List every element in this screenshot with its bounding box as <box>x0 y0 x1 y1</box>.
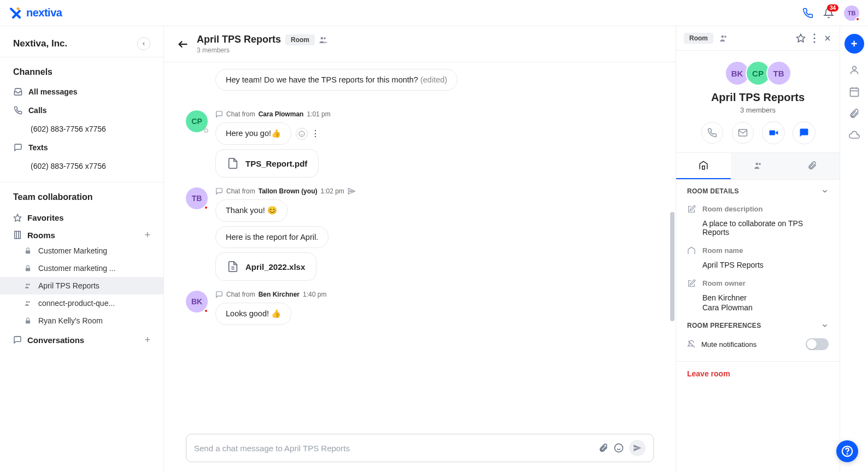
lock-icon <box>24 247 33 255</box>
svg-rect-5 <box>26 250 30 253</box>
nav-calls[interactable]: Calls <box>0 101 163 120</box>
svg-point-28 <box>814 42 816 43</box>
svg-point-7 <box>26 284 28 286</box>
nav-calls-number[interactable]: (602) 883-7756 x7756 <box>0 120 163 138</box>
svg-rect-2 <box>15 231 21 238</box>
help-button[interactable] <box>836 440 858 462</box>
members-icon[interactable] <box>318 35 328 45</box>
message-avatar: BK <box>186 291 208 312</box>
details-chat-button[interactable] <box>793 122 815 144</box>
room-item[interactable]: connect-product-que... <box>0 294 163 312</box>
room-owner-value: Ben Kirchner <box>687 292 829 302</box>
mute-label: Mute notifications <box>701 340 756 349</box>
details-email-button[interactable] <box>732 122 754 144</box>
svg-point-15 <box>299 131 304 137</box>
close-button[interactable] <box>823 34 832 43</box>
file-name: TPS_Report.pdf <box>245 159 307 168</box>
logo[interactable]: nextiva <box>9 7 62 20</box>
details-call-button[interactable] <box>701 122 723 144</box>
nav-favorites[interactable]: Favorites <box>0 208 163 225</box>
tab-files[interactable] <box>785 153 840 179</box>
members-icon[interactable] <box>719 33 729 43</box>
room-owner-label: Room owner <box>702 279 746 288</box>
nav-rooms[interactable]: Rooms <box>13 231 55 240</box>
composer <box>186 434 654 462</box>
room-badge: Room <box>285 34 315 45</box>
react-button[interactable] <box>296 128 308 140</box>
chat-icon <box>13 143 23 152</box>
send-button[interactable] <box>629 440 646 456</box>
mute-icon <box>687 340 696 349</box>
nav-texts[interactable]: Texts <box>0 138 163 157</box>
leave-room-button[interactable]: Leave room <box>676 361 840 386</box>
file-attachment[interactable]: TPS_Report.pdf <box>215 149 319 178</box>
attach-button[interactable] <box>599 443 608 453</box>
nav-conversations[interactable]: Conversations <box>13 335 84 345</box>
topbar-avatar[interactable]: TB <box>844 5 859 21</box>
topbar: nextiva 34 TB <box>0 0 868 26</box>
org-name: Nextiva, Inc. <box>13 38 67 49</box>
tab-members[interactable] <box>731 153 785 179</box>
nav-all-messages[interactable]: All messages <box>0 82 163 101</box>
room-label: connect-product-que... <box>38 299 115 308</box>
attachments-icon[interactable] <box>849 108 860 119</box>
message-more-button[interactable]: ⋮ <box>311 128 320 139</box>
mute-toggle[interactable] <box>806 338 829 350</box>
inbox-icon <box>13 87 23 96</box>
chat-icon <box>215 110 223 118</box>
chevron-down-icon[interactable] <box>821 322 829 329</box>
edit-icon <box>687 279 697 288</box>
channels-heading: Channels <box>0 57 163 82</box>
file-attachment[interactable]: April_2022.xlsx <box>215 252 316 281</box>
svg-point-37 <box>852 66 856 70</box>
new-button[interactable]: + <box>844 34 864 54</box>
svg-point-23 <box>722 36 724 38</box>
scrollbar[interactable] <box>670 212 675 321</box>
message-bubble: Hey team! Do we have the TPS reports for… <box>215 69 458 91</box>
chevron-down-icon[interactable] <box>821 187 829 195</box>
more-button[interactable] <box>813 33 816 43</box>
cloud-icon[interactable] <box>849 130 860 141</box>
people-icon <box>24 282 33 290</box>
emoji-button[interactable] <box>614 443 624 453</box>
room-prefs-heading: ROOM PREFERENCES <box>687 322 761 329</box>
details-members: 3 members <box>676 106 840 122</box>
svg-point-10 <box>28 301 30 303</box>
add-room-button[interactable]: + <box>144 230 150 240</box>
message-meta: Chat from Ben Kirchner1:40 pm <box>215 291 326 298</box>
svg-point-27 <box>814 38 816 39</box>
svg-rect-6 <box>26 268 30 271</box>
room-desc-label: Room description <box>702 205 763 214</box>
room-item[interactable]: Customer marketing ... <box>0 259 163 277</box>
details-video-button[interactable] <box>763 122 784 144</box>
svg-point-13 <box>321 37 324 39</box>
tab-details[interactable] <box>676 153 731 179</box>
message-bubble: Here you go!👍 <box>215 122 291 145</box>
svg-point-14 <box>324 37 326 39</box>
chat-icon <box>13 335 22 344</box>
details-panel: Room BKCPTB April TPS Reports 3 members <box>676 26 840 472</box>
room-item[interactable]: April TPS Reports <box>0 277 163 294</box>
topbar-call-button[interactable] <box>802 8 813 19</box>
calendar-icon[interactable] <box>849 86 860 97</box>
collapse sidebar-button[interactable] <box>137 37 150 50</box>
message-input[interactable] <box>194 444 593 453</box>
svg-point-9 <box>26 301 28 303</box>
room-item[interactable]: Customer Marketing <box>0 242 163 259</box>
add-conversation-button[interactable]: + <box>144 335 150 345</box>
room-label: Customer marketing ... <box>38 264 116 273</box>
right-rail: + <box>840 26 868 472</box>
nav-texts-number[interactable]: (602) 883-7756 x7756 <box>0 157 163 175</box>
svg-point-43 <box>847 453 848 454</box>
topbar-notifications-button[interactable]: 34 <box>823 8 834 19</box>
svg-rect-11 <box>26 320 30 323</box>
chat-title: April TPS Reports <box>197 34 281 45</box>
lock-icon <box>24 317 33 324</box>
message-list: Hey team! Do we have the TPS reports for… <box>164 62 676 426</box>
contacts-icon[interactable] <box>849 64 860 75</box>
collab-heading: Team collaboration <box>0 182 163 208</box>
back-button[interactable] <box>177 38 189 50</box>
building-icon <box>13 231 22 239</box>
room-item[interactable]: Ryan Kelly's Room <box>0 312 163 329</box>
favorite-button[interactable] <box>796 33 806 43</box>
